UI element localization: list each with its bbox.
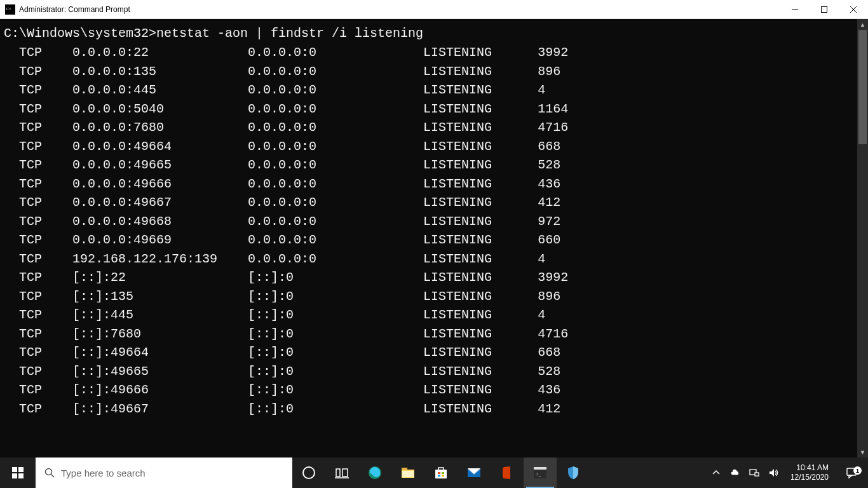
svg-marker-33	[770, 469, 774, 477]
window-titlebar[interactable]: C:\ Administrator: Command Prompt	[0, 0, 868, 19]
mail-icon	[466, 465, 482, 480]
svg-point-10	[46, 469, 52, 475]
taskbar-app-security[interactable]	[557, 458, 590, 488]
svg-rect-29	[534, 467, 546, 470]
scroll-down-arrow-icon[interactable]: ▼	[857, 447, 868, 458]
maximize-button[interactable]	[810, 0, 839, 19]
cortana-icon	[301, 465, 316, 480]
taskbar-clock[interactable]: 10:41 AM 12/15/2020	[785, 463, 834, 482]
network-icon	[749, 468, 759, 478]
vertical-scrollbar[interactable]: ▲ ▼	[857, 19, 868, 458]
svg-rect-9	[18, 473, 24, 478]
svg-rect-22	[438, 472, 440, 474]
cloud-icon	[730, 468, 740, 478]
search-placeholder: Type here to search	[61, 468, 146, 478]
taskbar-app-file-explorer[interactable]	[391, 458, 424, 488]
tray-volume[interactable]	[766, 458, 780, 488]
svg-point-12	[303, 467, 315, 478]
scrollbar-track[interactable]	[857, 30, 868, 447]
svg-rect-23	[442, 472, 444, 474]
taskbar-pinned-apps: >_	[292, 458, 590, 488]
prompt-line: C:\Windows\system32>netstat -aon | finds…	[4, 24, 853, 43]
svg-text:C:\: C:\	[6, 7, 11, 11]
windows-logo-icon	[12, 467, 24, 478]
search-icon	[44, 468, 55, 478]
edge-icon	[367, 465, 383, 480]
clock-date: 12/15/2020	[790, 473, 829, 482]
prompt-path: C:\Windows\system32>	[4, 26, 156, 41]
tray-network[interactable]	[747, 458, 761, 488]
cortana-button[interactable]	[292, 458, 325, 488]
svg-rect-25	[442, 475, 444, 477]
svg-rect-14	[342, 469, 348, 477]
window-title: Administrator: Command Prompt	[19, 5, 780, 14]
notification-badge: 1	[853, 466, 862, 475]
taskbar-app-store[interactable]	[424, 458, 458, 488]
taskbar-app-office[interactable]	[491, 458, 524, 488]
file-explorer-icon	[400, 465, 416, 480]
taskbar-app-command-prompt[interactable]: >_	[524, 458, 557, 488]
svg-marker-35	[849, 475, 852, 478]
svg-rect-6	[12, 467, 17, 472]
svg-line-11	[51, 475, 55, 478]
start-button[interactable]	[0, 458, 36, 488]
task-view-icon	[334, 465, 349, 480]
microsoft-store-icon	[433, 465, 449, 480]
volume-icon	[768, 468, 778, 478]
svg-text:>_: >_	[536, 471, 542, 477]
svg-rect-18	[402, 468, 407, 470]
entered-command: netstat -aon | findstr /i listening	[156, 26, 423, 41]
task-view-button[interactable]	[325, 458, 358, 488]
tray-overflow-button[interactable]	[709, 458, 723, 488]
scrollbar-thumb[interactable]	[858, 30, 867, 144]
terminal-viewport[interactable]: C:\Windows\system32>netstat -aon | finds…	[0, 19, 857, 458]
svg-rect-7	[18, 467, 24, 472]
svg-rect-8	[12, 473, 17, 478]
taskbar-app-edge[interactable]	[358, 458, 391, 488]
tray-onedrive[interactable]	[728, 458, 742, 488]
command-prompt-icon: >_	[532, 465, 548, 480]
chevron-up-icon	[711, 468, 721, 478]
minimize-button[interactable]	[780, 0, 810, 19]
svg-rect-19	[402, 471, 414, 477]
taskbar-search[interactable]: Type here to search	[36, 458, 292, 488]
windows-security-icon	[566, 465, 581, 480]
svg-rect-3	[822, 6, 827, 12]
clock-time: 10:41 AM	[796, 463, 829, 473]
svg-rect-21	[438, 468, 444, 470]
terminal-window: C:\Windows\system32>netstat -aon | finds…	[0, 19, 868, 458]
terminal-output: TCP 0.0.0.0:22 0.0.0.0:0 LISTENING 3992 …	[4, 43, 853, 418]
svg-rect-20	[435, 470, 447, 478]
cmd-icon: C:\	[5, 4, 15, 15]
svg-rect-24	[438, 475, 440, 477]
office-icon	[499, 465, 515, 480]
taskbar-app-mail[interactable]	[458, 458, 491, 488]
system-tray: 10:41 AM 12/15/2020 1	[703, 458, 868, 488]
svg-rect-32	[755, 473, 759, 476]
action-center-button[interactable]: 1	[839, 467, 864, 478]
svg-rect-13	[336, 469, 340, 477]
taskbar: Type here to search >_	[0, 458, 868, 488]
close-button[interactable]	[839, 0, 868, 19]
scroll-up-arrow-icon[interactable]: ▲	[857, 19, 868, 30]
